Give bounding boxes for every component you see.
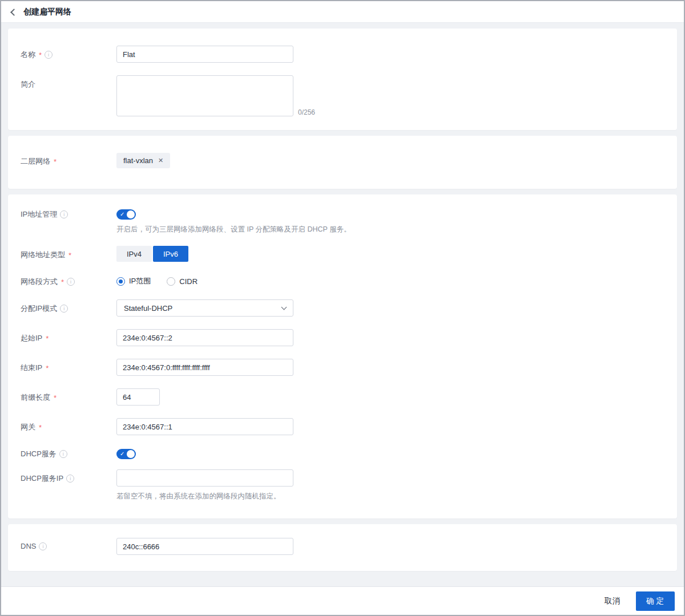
required-asterisk: * xyxy=(39,423,42,432)
close-icon[interactable]: ✕ xyxy=(158,157,163,164)
ip-mgmt-label: IP地址管理 xyxy=(21,209,57,220)
gateway-input[interactable] xyxy=(116,418,293,435)
prefix-length-label: 前缀长度 xyxy=(21,392,50,403)
description-row: 简介 0/256 xyxy=(21,75,666,116)
confirm-button[interactable]: 确定 xyxy=(636,591,675,611)
name-field xyxy=(116,46,293,63)
l2network-row: 二层网络* flat-vxlan ✕ xyxy=(21,153,666,168)
toggle-knob xyxy=(127,450,135,458)
toggle-knob xyxy=(127,210,135,218)
segment-mode-radios: IP范围 CIDR xyxy=(116,274,198,286)
required-asterisk: * xyxy=(61,278,64,286)
alloc-mode-label: 分配IP模式 xyxy=(21,303,57,314)
radio-label: CIDR xyxy=(179,277,198,286)
page-title: 创建扁平网络 xyxy=(23,7,71,17)
name-row: 名称* i xyxy=(21,46,666,63)
alloc-mode-label-group: 分配IP模式 i xyxy=(21,299,116,314)
required-asterisk: * xyxy=(54,157,57,166)
prefix-length-row: 前缀长度* xyxy=(21,388,666,406)
dhcp-toggle[interactable]: ✓ xyxy=(116,449,136,459)
dns-input[interactable] xyxy=(116,538,293,555)
end-ip-row: 结束IP* xyxy=(21,359,666,376)
start-ip-input[interactable] xyxy=(116,329,293,346)
action-footer: 取消 确定 xyxy=(1,586,684,615)
end-ip-label-group: 结束IP* xyxy=(21,359,116,373)
name-label: 名称 xyxy=(21,50,35,60)
info-icon[interactable]: i xyxy=(60,210,68,218)
addr-type-row: 网络地址类型* IPv4 IPv6 xyxy=(21,246,666,262)
l2network-label-group: 二层网络* xyxy=(21,153,116,167)
alloc-mode-select[interactable]: Stateful-DHCP xyxy=(116,299,293,317)
alloc-mode-row: 分配IP模式 i Stateful-DHCP xyxy=(21,299,666,317)
start-ip-row: 起始IP* xyxy=(21,329,666,346)
end-ip-input[interactable] xyxy=(116,359,293,376)
check-icon: ✓ xyxy=(120,450,124,458)
addr-type-option-ipv6[interactable]: IPv6 xyxy=(153,246,188,262)
description-textarea[interactable] xyxy=(116,75,293,116)
radio-unselected-icon xyxy=(167,277,175,286)
segment-mode-label: 网络段方式 xyxy=(21,277,58,287)
addr-type-segmented: IPv4 IPv6 xyxy=(116,246,188,262)
ip-mgmt-toggle[interactable]: ✓ xyxy=(116,209,136,220)
dhcp-ip-input[interactable] xyxy=(116,469,293,487)
info-icon[interactable]: i xyxy=(45,51,53,59)
info-icon[interactable]: i xyxy=(66,475,74,483)
name-input[interactable] xyxy=(116,46,293,63)
radio-option-ip-range[interactable]: IP范围 xyxy=(116,276,151,286)
dhcp-ip-field: 若留空不填，将由系统在添加的网络段内随机指定。 xyxy=(116,469,293,501)
info-icon[interactable]: i xyxy=(60,305,68,313)
required-asterisk: * xyxy=(46,364,49,372)
dhcp-label: DHCP服务 xyxy=(21,449,57,459)
required-asterisk: * xyxy=(68,251,71,260)
alloc-mode-value: Stateful-DHCP xyxy=(124,304,172,313)
segment-mode-label-group: 网络段方式* i xyxy=(21,274,116,287)
ip-mgmt-field: ✓ 开启后，可为三层网络添加网络段、设置 IP 分配策略及开启 DHCP 服务。 xyxy=(116,208,351,234)
description-label: 简介 xyxy=(21,79,35,90)
required-asterisk: * xyxy=(39,51,42,59)
l2network-card: 二层网络* flat-vxlan ✕ xyxy=(8,136,677,189)
radio-option-cidr[interactable]: CIDR xyxy=(167,276,198,286)
l2network-tag-label: flat-vxlan xyxy=(123,156,153,165)
create-flat-network-page: 创建扁平网络 名称* i 简介 0/256 xyxy=(0,0,685,616)
description-label-group: 简介 xyxy=(21,75,116,90)
radio-dot xyxy=(119,279,123,283)
dns-label-group: DNS i xyxy=(21,538,116,550)
gateway-label: 网关 xyxy=(21,422,35,432)
info-icon[interactable]: i xyxy=(59,450,67,458)
start-ip-label: 起始IP xyxy=(21,333,42,343)
ip-mgmt-hint: 开启后，可为三层网络添加网络段、设置 IP 分配策略及开启 DHCP 服务。 xyxy=(116,225,351,234)
start-ip-label-group: 起始IP* xyxy=(21,329,116,343)
addr-type-option-ipv4[interactable]: IPv4 xyxy=(116,246,152,262)
check-icon: ✓ xyxy=(120,210,124,218)
addr-type-label: 网络地址类型 xyxy=(21,250,65,260)
cancel-button[interactable]: 取消 xyxy=(605,596,620,606)
dhcp-ip-row: DHCP服务IP i 若留空不填，将由系统在添加的网络段内随机指定。 xyxy=(21,469,666,501)
prefix-length-input[interactable] xyxy=(116,388,160,406)
radio-label: IP范围 xyxy=(129,276,151,286)
l2network-tag[interactable]: flat-vxlan ✕ xyxy=(116,153,170,168)
page-header: 创建扁平网络 xyxy=(1,1,684,23)
prefix-length-label-group: 前缀长度* xyxy=(21,388,116,403)
char-counter: 0/256 xyxy=(298,108,315,116)
ip-config-card: IP地址管理 i ✓ 开启后，可为三层网络添加网络段、设置 IP 分配策略及开启… xyxy=(8,194,677,518)
description-field: 0/256 xyxy=(116,75,315,116)
l2network-label: 二层网络 xyxy=(21,156,50,167)
info-icon[interactable]: i xyxy=(39,542,47,550)
dns-card: DNS i xyxy=(8,524,677,571)
dns-row: DNS i xyxy=(21,538,666,555)
dhcp-ip-label-group: DHCP服务IP i xyxy=(21,469,116,484)
end-ip-label: 结束IP xyxy=(21,363,42,373)
radio-selected-icon xyxy=(116,277,125,286)
segment-mode-row: 网络段方式* i IP范围 CIDR xyxy=(21,274,666,287)
dhcp-label-group: DHCP服务 i xyxy=(21,448,116,459)
back-icon[interactable] xyxy=(10,9,18,16)
gateway-label-group: 网关* xyxy=(21,418,116,432)
form-content: 名称* i 简介 0/256 二层网络* xyxy=(1,23,684,586)
required-asterisk: * xyxy=(46,334,49,343)
basic-info-card: 名称* i 简介 0/256 xyxy=(8,29,677,130)
dhcp-ip-hint: 若留空不填，将由系统在添加的网络段内随机指定。 xyxy=(116,492,293,501)
dhcp-ip-label: DHCP服务IP xyxy=(21,473,63,484)
gateway-row: 网关* xyxy=(21,418,666,435)
dhcp-row: DHCP服务 i ✓ xyxy=(21,448,666,459)
info-icon[interactable]: i xyxy=(67,278,75,286)
